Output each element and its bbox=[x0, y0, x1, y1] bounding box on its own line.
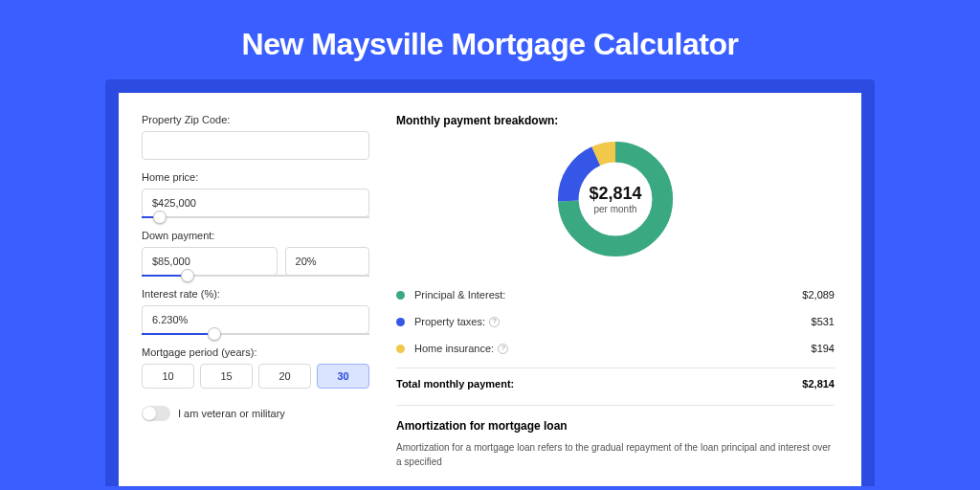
zip-field-group: Property Zip Code: bbox=[142, 114, 369, 160]
donut-amount: $2,814 bbox=[589, 184, 641, 204]
price-slider-handle[interactable] bbox=[153, 211, 167, 224]
down-field-group: Down payment: bbox=[142, 230, 369, 277]
period-options: 10 15 20 30 bbox=[142, 364, 369, 389]
down-slider[interactable] bbox=[142, 275, 369, 277]
inputs-column: Property Zip Code: Home price: Down paym… bbox=[119, 93, 387, 486]
period-option-10[interactable]: 10 bbox=[142, 364, 194, 389]
total-label: Total monthly payment: bbox=[396, 378, 802, 390]
legend-taxes-text: Property taxes: bbox=[414, 316, 485, 327]
period-option-20[interactable]: 20 bbox=[258, 364, 311, 389]
breakdown-column: Monthly payment breakdown: $2,814 per mo… bbox=[387, 93, 861, 486]
period-field-group: Mortgage period (years): 10 15 20 30 bbox=[142, 346, 369, 389]
zip-input[interactable] bbox=[142, 131, 369, 160]
legend-insurance-text: Home insurance: bbox=[414, 343, 494, 354]
page-title: New Maysville Mortgage Calculator bbox=[0, 0, 980, 79]
legend-principal-text: Principal & Interest: bbox=[414, 289, 505, 301]
legend-taxes-value: $531 bbox=[812, 316, 835, 327]
amortization-block: Amortization for mortgage loan Amortizat… bbox=[396, 405, 835, 469]
total-value: $2,814 bbox=[802, 378, 835, 390]
rate-slider[interactable] bbox=[142, 333, 369, 335]
zip-label: Property Zip Code: bbox=[142, 114, 369, 125]
down-amount-input[interactable] bbox=[142, 247, 278, 276]
legend-taxes: Property taxes: ? $531 bbox=[396, 308, 835, 335]
legend-principal-value: $2,089 bbox=[802, 289, 835, 301]
amortization-text: Amortization for a mortgage loan refers … bbox=[396, 440, 835, 469]
info-icon[interactable]: ? bbox=[498, 344, 508, 354]
down-pct-input[interactable] bbox=[285, 247, 369, 276]
period-option-30[interactable]: 30 bbox=[317, 364, 369, 389]
dot-taxes bbox=[396, 318, 405, 326]
donut-chart: $2,814 per month bbox=[553, 137, 678, 261]
rate-input[interactable] bbox=[142, 305, 369, 334]
price-label: Home price: bbox=[142, 171, 369, 183]
down-slider-handle[interactable] bbox=[181, 269, 194, 282]
total-row: Total monthly payment: $2,814 bbox=[396, 368, 835, 390]
donut-sub: per month bbox=[593, 204, 636, 214]
info-icon[interactable]: ? bbox=[489, 317, 500, 327]
rate-label: Interest rate (%): bbox=[142, 288, 369, 300]
donut-chart-wrap: $2,814 per month bbox=[396, 137, 835, 261]
down-label: Down payment: bbox=[142, 230, 369, 241]
calculator-card: Property Zip Code: Home price: Down paym… bbox=[119, 93, 861, 486]
legend-principal-label: Principal & Interest: bbox=[414, 289, 802, 301]
dot-principal bbox=[396, 291, 405, 300]
veteran-row: I am veteran or military bbox=[142, 406, 369, 421]
veteran-toggle[interactable] bbox=[142, 406, 170, 421]
price-field-group: Home price: bbox=[142, 171, 369, 218]
veteran-label: I am veteran or military bbox=[178, 408, 285, 419]
amortization-title: Amortization for mortgage loan bbox=[396, 419, 835, 433]
calculator-panel: Property Zip Code: Home price: Down paym… bbox=[105, 79, 875, 486]
breakdown-title: Monthly payment breakdown: bbox=[396, 114, 835, 127]
period-option-15[interactable]: 15 bbox=[200, 364, 253, 389]
legend-insurance: Home insurance: ? $194 bbox=[396, 335, 835, 362]
rate-field-group: Interest rate (%): bbox=[142, 288, 369, 335]
donut-center: $2,814 per month bbox=[553, 137, 678, 261]
legend-principal: Principal & Interest: $2,089 bbox=[396, 280, 835, 308]
legend-insurance-value: $194 bbox=[812, 343, 835, 354]
dot-insurance bbox=[396, 345, 405, 353]
legend-insurance-label: Home insurance: ? bbox=[414, 343, 812, 354]
toggle-knob bbox=[143, 407, 156, 420]
rate-slider-fill bbox=[142, 333, 214, 335]
price-input[interactable] bbox=[142, 189, 369, 217]
period-label: Mortgage period (years): bbox=[142, 346, 369, 358]
price-slider[interactable] bbox=[142, 216, 369, 218]
rate-slider-handle[interactable] bbox=[208, 327, 221, 341]
legend-taxes-label: Property taxes: ? bbox=[414, 316, 812, 327]
